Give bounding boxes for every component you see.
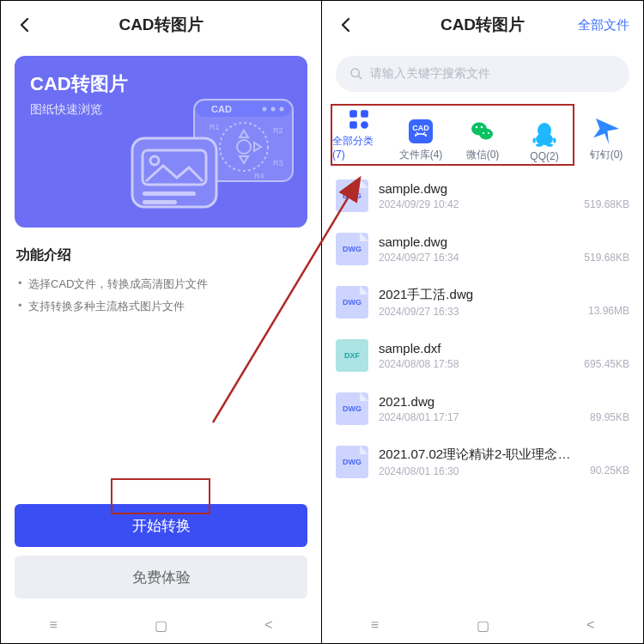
dingtalk-icon bbox=[593, 118, 619, 144]
header-left: CAD转图片 bbox=[1, 1, 321, 49]
free-trial-button[interactable]: 免费体验 bbox=[15, 556, 307, 598]
svg-point-34 bbox=[546, 143, 553, 147]
search-input[interactable]: 请输入关键字搜索文件 bbox=[336, 56, 629, 92]
features-list: 选择CAD文件，转换成高清图片文件 支持转换多种主流格式图片文件 bbox=[16, 273, 306, 318]
svg-point-27 bbox=[476, 126, 478, 129]
nav-back-icon[interactable]: < bbox=[264, 617, 272, 633]
svg-point-30 bbox=[488, 132, 489, 134]
file-size: 89.95KB bbox=[590, 411, 629, 423]
filter-label: 全部分类(7) bbox=[332, 134, 386, 161]
dwg-file-icon: DWG bbox=[336, 179, 368, 212]
dwg-file-icon: DWG bbox=[336, 392, 368, 425]
filter-label: 文件库(4) bbox=[399, 148, 443, 162]
start-convert-button[interactable]: 开始转换 bbox=[15, 504, 307, 547]
svg-line-18 bbox=[358, 76, 361, 79]
file-size: 13.96MB bbox=[588, 305, 629, 317]
nav-recent-icon[interactable]: ≡ bbox=[50, 617, 58, 633]
feature-item: 选择CAD文件，转换成高清图片文件 bbox=[16, 273, 306, 295]
nav-back-icon[interactable]: < bbox=[586, 617, 594, 633]
svg-rect-19 bbox=[349, 110, 357, 118]
nav-home-icon[interactable]: ▢ bbox=[155, 617, 167, 634]
svg-text:R4: R4 bbox=[254, 172, 264, 180]
system-nav-bar: ≡ ▢ < bbox=[322, 607, 643, 643]
hero-illustration-icon: CAD R1R2 R3R4 bbox=[125, 95, 297, 216]
svg-text:CAD: CAD bbox=[412, 124, 429, 132]
dxf-file-icon: DXF bbox=[336, 339, 368, 372]
file-row[interactable]: DWG2021.dwg2024/08/01 17:1789.95KB bbox=[336, 382, 629, 435]
file-row[interactable]: DWGsample.dwg2024/09/29 10:42519.68KB bbox=[336, 169, 629, 222]
file-list: DWGsample.dwg2024/09/29 10:42519.68KBDWG… bbox=[322, 169, 643, 607]
search-icon bbox=[349, 67, 363, 81]
filter-wechat[interactable]: 微信(0) bbox=[456, 111, 509, 162]
wechat-icon bbox=[470, 118, 495, 144]
file-size: 90.25KB bbox=[590, 465, 629, 477]
filter-tabs: 全部分类(7) CAD 文件库(4) 微信(0) QQ(2) 钉钉(0) bbox=[327, 102, 638, 169]
svg-rect-15 bbox=[143, 191, 196, 196]
file-size: 519.68KB bbox=[584, 198, 629, 210]
filter-qq[interactable]: QQ(2) bbox=[518, 111, 571, 162]
file-date: 2024/08/01 16:30 bbox=[379, 465, 583, 477]
file-size: 519.68KB bbox=[584, 252, 629, 264]
file-row[interactable]: DWG2021.07.02理论精讲2-职业理念职业…2024/08/01 16:… bbox=[336, 435, 629, 489]
file-name: 2021.07.02理论精讲2-职业理念职业… bbox=[379, 447, 583, 463]
page-title: CAD转图片 bbox=[440, 14, 525, 36]
svg-point-33 bbox=[536, 143, 543, 147]
dwg-file-icon: DWG bbox=[336, 446, 368, 478]
file-name: sample.dxf bbox=[379, 341, 577, 355]
file-row[interactable]: DXFsample.dxf2024/08/08 17:58695.45KB bbox=[336, 329, 629, 382]
dwg-file-icon: DWG bbox=[336, 233, 368, 265]
svg-text:R3: R3 bbox=[273, 159, 283, 167]
svg-point-5 bbox=[280, 107, 284, 112]
svg-point-29 bbox=[483, 132, 484, 134]
filter-all[interactable]: 全部分类(7) bbox=[332, 111, 386, 162]
filter-library[interactable]: CAD 文件库(4) bbox=[394, 111, 447, 162]
nav-home-icon[interactable]: ▢ bbox=[477, 617, 489, 634]
svg-text:R2: R2 bbox=[273, 126, 283, 135]
svg-point-4 bbox=[271, 107, 276, 112]
feature-item: 支持转换多种主流格式图片文件 bbox=[16, 295, 306, 318]
file-row[interactable]: DWGsample.dwg2024/09/27 16:34519.68KB bbox=[336, 222, 629, 276]
qq-icon bbox=[532, 121, 557, 147]
svg-text:CAD: CAD bbox=[211, 104, 232, 114]
svg-rect-20 bbox=[361, 110, 368, 118]
file-name: sample.dwg bbox=[379, 234, 577, 249]
file-date: 2024/08/01 17:17 bbox=[379, 411, 583, 423]
svg-point-3 bbox=[263, 107, 267, 112]
hero-title: CAD转图片 bbox=[30, 71, 292, 97]
filter-label: 钉钉(0) bbox=[590, 148, 623, 162]
file-date: 2024/09/27 16:33 bbox=[379, 306, 581, 318]
hero-card: CAD转图片 图纸快速浏览 CAD R1R2 R3R4 bbox=[15, 56, 307, 228]
svg-rect-16 bbox=[143, 200, 177, 204]
grid-icon bbox=[346, 108, 372, 131]
back-button[interactable] bbox=[336, 15, 356, 35]
svg-point-17 bbox=[351, 69, 359, 76]
file-name: sample.dwg bbox=[379, 181, 577, 196]
svg-rect-21 bbox=[349, 121, 357, 129]
back-button[interactable] bbox=[15, 15, 35, 35]
svg-point-26 bbox=[479, 129, 493, 140]
search-placeholder: 请输入关键字搜索文件 bbox=[370, 66, 490, 82]
svg-text:R1: R1 bbox=[210, 123, 220, 131]
file-date: 2024/09/27 16:34 bbox=[379, 252, 577, 264]
filter-dingtalk[interactable]: 钉钉(0) bbox=[580, 111, 633, 162]
all-files-link[interactable]: 全部文件 bbox=[578, 17, 629, 33]
svg-rect-22 bbox=[361, 121, 368, 129]
file-date: 2024/08/08 17:58 bbox=[379, 358, 577, 370]
svg-point-28 bbox=[481, 126, 483, 129]
filter-label: QQ(2) bbox=[530, 150, 558, 162]
chevron-left-icon bbox=[336, 15, 356, 35]
cad-library-icon: CAD bbox=[408, 118, 434, 144]
system-nav-bar: ≡ ▢ < bbox=[1, 607, 321, 643]
header-right: CAD转图片 全部文件 bbox=[322, 1, 643, 49]
page-title: CAD转图片 bbox=[118, 14, 203, 36]
file-row[interactable]: DWG2021手工活.dwg2024/09/27 16:3313.96MB bbox=[336, 276, 629, 329]
nav-recent-icon[interactable]: ≡ bbox=[371, 617, 379, 633]
file-name: 2021.dwg bbox=[379, 394, 583, 409]
file-size: 695.45KB bbox=[584, 358, 629, 370]
dwg-file-icon: DWG bbox=[336, 286, 368, 319]
chevron-left-icon bbox=[15, 15, 35, 35]
svg-rect-1 bbox=[196, 101, 291, 117]
svg-rect-12 bbox=[132, 138, 216, 207]
svg-point-32 bbox=[536, 133, 553, 145]
features-section-title: 功能介绍 bbox=[16, 246, 306, 264]
